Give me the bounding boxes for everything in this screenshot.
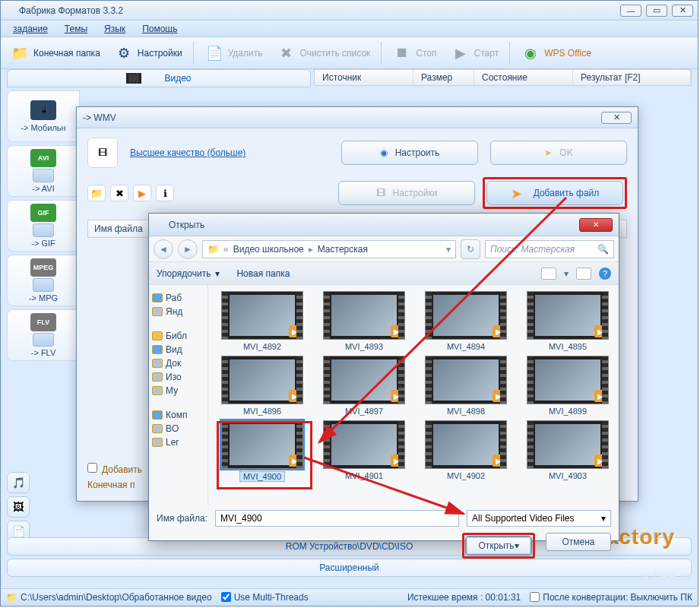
settings2-button[interactable]: 🎞Настройки (338, 181, 475, 205)
statusbar: 📁 C:\Users\admin\Desktop\Обработанное ви… (2, 588, 697, 605)
open-dialog: Открыть ✕ ◄ ► 📁 « Видео школьное ▸ Масте… (148, 213, 619, 541)
menu-language[interactable]: Язык (97, 21, 133, 36)
filmstrip-icon (126, 73, 141, 84)
cancel-button[interactable]: Отмена (546, 533, 611, 551)
status-after[interactable]: После конвертации: Выключить ПК (530, 592, 692, 603)
wmv-titlebar: -> WMV ✕ (77, 107, 638, 128)
play-overlay-icon: ▶ (289, 454, 301, 467)
col-size[interactable]: Размер (413, 70, 474, 85)
thumb-label: MVI_4902 (447, 471, 485, 480)
menu-themes[interactable]: Темы (57, 21, 95, 36)
col-source[interactable]: Источник (315, 70, 413, 85)
help-icon[interactable]: ? (599, 268, 611, 280)
threads-checkbox[interactable] (221, 592, 231, 602)
quality-link[interactable]: Высшее качество (больше) (130, 147, 329, 158)
thumb-label: MVI_4897 (345, 407, 383, 416)
thumb-label: MVI_4895 (549, 342, 587, 351)
file-thumb[interactable]: ▶MVI_4894 (418, 291, 514, 351)
format-mpg[interactable]: MPEG-> MPG (7, 255, 80, 306)
file-grid[interactable]: ▶MVI_4892▶MVI_4893▶MVI_4894▶MVI_4895▶MVI… (208, 285, 619, 505)
thumb-label: MVI_4893 (345, 342, 383, 351)
thumb-label: MVI_4899 (549, 407, 587, 416)
file-filter[interactable]: All Supported Video Files▾ (467, 510, 611, 527)
gear-icon: ⚙ (114, 43, 134, 63)
back-button[interactable]: ◄ (154, 239, 173, 259)
minimize-button[interactable]: — (620, 5, 641, 17)
play-overlay-icon: ▶ (289, 390, 301, 402)
folder-icon: 📁 (10, 43, 30, 63)
status-threads[interactable]: Use Multi-Threads (221, 592, 309, 603)
titlebar: Фабрика Форматов 3.3.2 — ▭ ✕ (1, 1, 698, 21)
add-file-button[interactable]: Добавить файл (486, 181, 623, 205)
file-thumb[interactable]: ▶MVI_4898 (418, 356, 514, 416)
wps-button[interactable]: ◉WPS Office (515, 40, 597, 66)
after-checkbox[interactable] (530, 592, 540, 602)
file-thumb[interactable]: ▶MVI_4895 (520, 291, 616, 351)
file-thumb[interactable]: ▶MVI_4902 (418, 420, 514, 482)
mini-remove-icon[interactable]: ✖ (110, 185, 128, 201)
file-thumb[interactable]: ▶MVI_4896 (214, 356, 310, 416)
open-button-highlight: Открыть ▾ (462, 533, 535, 559)
thumb-label: MVI_4896 (243, 407, 281, 416)
refresh-button[interactable]: ↻ (461, 239, 480, 259)
format-avi[interactable]: AVI-> AVI (7, 145, 80, 197)
file-thumb[interactable]: ▶MVI_4899 (520, 356, 616, 416)
mini-play-icon[interactable]: ▶ (133, 185, 151, 201)
tab-picture[interactable]: 🖼 (7, 496, 30, 518)
ok-button[interactable]: ➤OK (490, 141, 627, 165)
play-overlay-icon: ▶ (493, 390, 505, 402)
watermark: pchee.ru (638, 568, 692, 584)
menu-help[interactable]: Помощь (135, 21, 185, 36)
view-icon[interactable] (541, 268, 556, 280)
file-thumb[interactable]: ▶MVI_4893 (316, 291, 412, 351)
open-close-button[interactable]: ✕ (579, 218, 613, 232)
col-result[interactable]: Результат [F2] (573, 70, 691, 85)
filename-input[interactable] (215, 510, 459, 527)
file-thumb[interactable]: ▶MVI_4901 (316, 420, 412, 482)
play-overlay-icon: ▶ (594, 454, 607, 467)
addopt-checkbox[interactable] (87, 463, 97, 473)
thumb-label: MVI_4900 (239, 471, 285, 482)
breadcrumb[interactable]: 📁 « Видео школьное ▸ Мастерская ▾ (202, 240, 456, 258)
output-folder-button[interactable]: 📁Конечная папка (4, 40, 106, 66)
wmv-close-button[interactable]: ✕ (601, 112, 632, 124)
open-title-text: Открыть (155, 220, 579, 230)
folder-tree[interactable]: Раб Янд Библ Вид Док Изо Му Комп BO Ler (149, 285, 208, 505)
delete-button[interactable]: 📄Удалить (198, 40, 269, 66)
maximize-button[interactable]: ▭ (646, 5, 667, 17)
configure-button[interactable]: ◉Настроить (341, 141, 478, 165)
play-overlay-icon: ▶ (391, 454, 403, 467)
mini-folder-icon[interactable]: 📁 (87, 185, 106, 201)
thumb-label: MVI_4898 (447, 407, 485, 416)
col-state[interactable]: Состояние (474, 70, 573, 85)
file-thumb[interactable]: ▶MVI_4897 (316, 356, 412, 416)
open-button[interactable]: Открыть ▾ (466, 537, 531, 555)
close-button[interactable]: ✕ (672, 5, 693, 17)
menubar: задание Темы Язык Помощь (1, 21, 698, 37)
add-arrow-icon (511, 185, 526, 201)
clear-button[interactable]: ✖Очистить список (270, 40, 376, 66)
format-mobile[interactable]: 📱-> Мобильн (7, 90, 80, 142)
search-input[interactable]: Поиск: Мастерская🔍 (485, 240, 614, 258)
organize-menu[interactable]: Упорядочить (157, 268, 211, 279)
format-flv[interactable]: FLV-> FLV (7, 309, 80, 361)
folder-icon: 📁 (207, 244, 219, 255)
tab-video[interactable]: Видео (7, 69, 311, 87)
tab-audio[interactable]: 🎵 (7, 472, 30, 493)
stop-button[interactable]: ⏹Стоп (386, 40, 442, 66)
preview-icon[interactable] (576, 268, 591, 280)
newfolder-button[interactable]: Новая папка (236, 268, 290, 279)
mini-info-icon[interactable]: ℹ (156, 185, 174, 201)
settings-button[interactable]: ⚙Настройки (108, 40, 188, 66)
forward-button[interactable]: ► (178, 239, 198, 259)
start-button[interactable]: ▶Старт (445, 40, 505, 66)
thumb-label: MVI_4892 (243, 342, 281, 351)
menu-task[interactable]: задание (5, 21, 55, 36)
file-thumb[interactable]: ▶MVI_4900 (214, 420, 310, 482)
file-thumb[interactable]: ▶MVI_4892 (214, 291, 310, 351)
file-thumb[interactable]: ▶MVI_4903 (520, 420, 616, 482)
format-gif[interactable]: GIF-> GIF (7, 200, 80, 252)
play-overlay-icon: ▶ (391, 325, 403, 337)
play-icon: ▶ (451, 43, 470, 63)
play-overlay-icon: ▶ (594, 390, 607, 402)
